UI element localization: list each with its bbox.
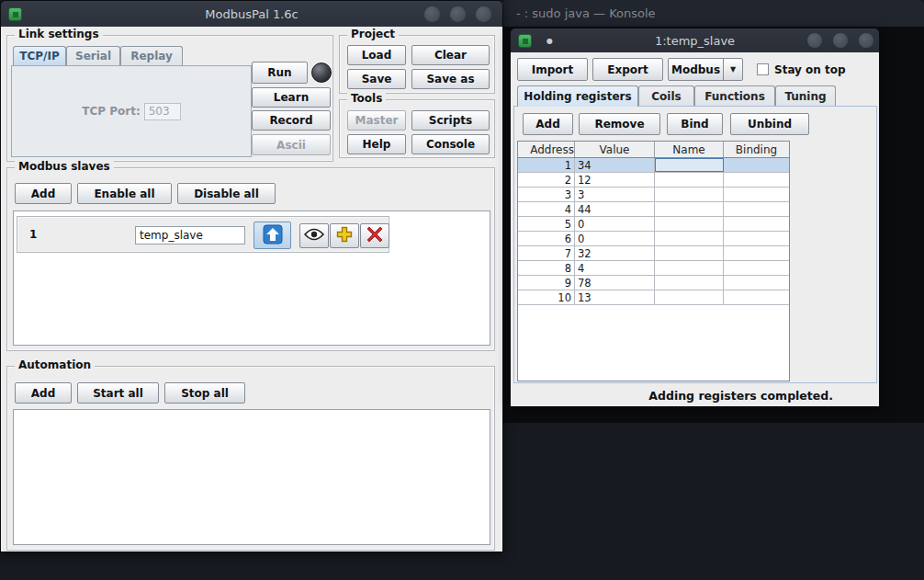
cell-binding[interactable] xyxy=(724,261,789,275)
unbind-button[interactable]: Unbind xyxy=(730,113,809,135)
enable-all-button[interactable]: Enable all xyxy=(77,183,172,204)
slave-close-button[interactable] xyxy=(859,33,873,48)
add-slave-button[interactable]: Add xyxy=(15,183,72,204)
cell-name[interactable] xyxy=(655,290,724,304)
cell-value[interactable]: 34 xyxy=(575,158,655,172)
show-slave-window-button[interactable] xyxy=(254,222,291,249)
cell-value[interactable]: 0 xyxy=(575,217,655,231)
cell-name[interactable] xyxy=(655,173,724,187)
bind-button[interactable]: Bind xyxy=(667,113,723,135)
cell-binding[interactable] xyxy=(724,232,789,245)
stop-all-button[interactable]: Stop all xyxy=(164,382,245,404)
cell-address[interactable]: 8 xyxy=(518,261,575,275)
cell-address[interactable]: 5 xyxy=(518,217,575,231)
table-row[interactable]: 9 78 xyxy=(518,276,789,290)
record-button[interactable]: Record xyxy=(252,110,331,131)
table-row[interactable]: 2 12 xyxy=(518,173,789,188)
table-row[interactable]: 4 44 xyxy=(518,202,789,217)
stay-on-top-checkbox[interactable] xyxy=(757,63,769,75)
cell-value[interactable]: 32 xyxy=(575,246,655,260)
cell-binding[interactable] xyxy=(724,188,789,201)
cell-address[interactable]: 2 xyxy=(518,173,575,187)
slave-minimize-button[interactable] xyxy=(807,33,822,48)
close-button[interactable] xyxy=(476,6,491,22)
cell-binding[interactable] xyxy=(724,173,789,187)
cell-name[interactable] xyxy=(655,232,724,245)
slave-row[interactable]: 1 xyxy=(17,216,389,253)
scripts-button[interactable]: Scripts xyxy=(411,110,490,131)
column-header-address[interactable]: Address xyxy=(518,142,575,157)
console-button[interactable]: Console xyxy=(411,134,490,154)
tab-tcpip[interactable]: TCP/IP xyxy=(13,46,66,65)
start-all-button[interactable]: Start all xyxy=(77,382,159,404)
disable-all-button[interactable]: Disable all xyxy=(177,183,276,204)
cell-address[interactable]: 1 xyxy=(518,158,575,172)
save-button[interactable]: Save xyxy=(347,69,406,89)
add-automation-button[interactable]: Add xyxy=(15,382,72,404)
save-as-button[interactable]: Save as xyxy=(411,69,490,89)
slave-name-input[interactable] xyxy=(135,226,245,245)
minimize-button[interactable] xyxy=(424,6,440,22)
duplicate-slave-button[interactable] xyxy=(330,223,359,248)
column-header-value[interactable]: Value xyxy=(575,142,655,157)
export-button[interactable]: Export xyxy=(592,58,663,81)
cell-name[interactable] xyxy=(655,217,724,231)
table-row[interactable]: 5 0 xyxy=(518,217,789,232)
table-row[interactable]: 1 34 xyxy=(518,158,789,173)
tab-replay[interactable]: Replay xyxy=(120,46,183,65)
cell-address[interactable]: 4 xyxy=(518,202,575,216)
import-button[interactable]: Import xyxy=(517,58,588,81)
help-button[interactable]: Help xyxy=(347,134,406,154)
cell-name[interactable] xyxy=(655,276,724,290)
column-header-name[interactable]: Name xyxy=(655,142,724,157)
cell-address[interactable]: 9 xyxy=(518,276,575,290)
modbus-mode-dropdown[interactable]: Modbus ▼ xyxy=(668,58,743,81)
toggle-slave-visibility-button[interactable] xyxy=(299,223,329,248)
modbuspal-titlebar[interactable]: ModbusPal 1.6c xyxy=(1,1,502,27)
cell-address[interactable]: 7 xyxy=(518,246,575,260)
load-button[interactable]: Load xyxy=(347,45,406,65)
cell-binding[interactable] xyxy=(724,246,789,260)
remove-register-button[interactable]: Remove xyxy=(579,113,660,135)
table-row[interactable]: 10 13 xyxy=(518,290,789,305)
remove-slave-button[interactable] xyxy=(360,223,389,248)
slave-maximize-button[interactable] xyxy=(833,33,848,48)
table-row[interactable]: 7 32 xyxy=(518,246,789,261)
tab-functions[interactable]: Functions xyxy=(694,85,775,107)
cell-value[interactable]: 4 xyxy=(575,261,655,275)
tab-tuning[interactable]: Tuning xyxy=(775,85,836,107)
cell-binding[interactable] xyxy=(724,217,789,231)
table-row[interactable]: 3 3 xyxy=(518,188,789,202)
cell-name[interactable] xyxy=(655,261,724,275)
maximize-button[interactable] xyxy=(450,6,466,22)
cell-value[interactable]: 78 xyxy=(575,276,655,290)
chevron-down-icon[interactable]: ▼ xyxy=(723,59,742,80)
cell-address[interactable]: 3 xyxy=(518,188,575,201)
slave-window-titlebar[interactable]: ● 1:temp_slave xyxy=(511,28,879,52)
cell-value[interactable]: 12 xyxy=(575,173,655,187)
tab-coils[interactable]: Coils xyxy=(638,85,694,107)
cell-name[interactable] xyxy=(655,246,724,260)
cell-binding[interactable] xyxy=(724,202,789,216)
table-row[interactable]: 6 0 xyxy=(518,232,789,246)
cell-name[interactable] xyxy=(655,202,724,216)
cell-address[interactable]: 10 xyxy=(518,290,575,304)
cell-name[interactable] xyxy=(655,188,724,201)
column-header-binding[interactable]: Binding xyxy=(724,142,789,157)
konsole-titlebar[interactable]: - : sudo java — Konsole xyxy=(501,0,924,27)
tcp-port-input[interactable] xyxy=(144,103,181,120)
run-button[interactable]: Run xyxy=(252,62,308,84)
cell-binding[interactable] xyxy=(724,158,789,172)
cell-binding[interactable] xyxy=(724,276,789,290)
cell-address[interactable]: 6 xyxy=(518,232,575,245)
learn-button[interactable]: Learn xyxy=(252,87,331,108)
cell-name[interactable] xyxy=(655,158,724,172)
cell-value[interactable]: 13 xyxy=(575,290,655,304)
table-row[interactable]: 8 4 xyxy=(518,261,789,276)
tab-holding-registers[interactable]: Holding registers xyxy=(517,85,638,107)
add-register-button[interactable]: Add xyxy=(523,113,573,135)
cell-value[interactable]: 0 xyxy=(575,232,655,245)
cell-binding[interactable] xyxy=(724,290,789,304)
clear-button[interactable]: Clear xyxy=(411,45,490,65)
cell-value[interactable]: 44 xyxy=(575,202,655,216)
